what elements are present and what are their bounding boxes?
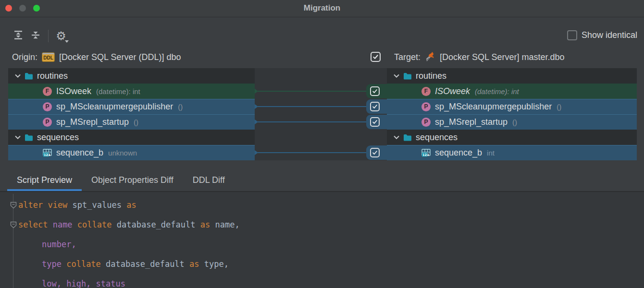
target-row-sequences[interactable]: sequences	[387, 130, 637, 145]
type-detail: ()	[134, 118, 138, 126]
checkbox-unchecked-icon	[567, 30, 577, 40]
sequence-icon: 123	[43, 149, 52, 157]
chevron-down-icon[interactable]	[392, 135, 401, 139]
code-token: as	[126, 200, 136, 210]
origin-row-routines[interactable]: routines	[8, 68, 255, 84]
tree-label: sequences	[37, 132, 79, 143]
tree-label: sp_MScleanupmergepublisher	[56, 102, 173, 112]
tab-label: DDL Diff	[193, 175, 225, 185]
mapping-checkbox-sequence-b[interactable]	[366, 145, 387, 160]
code-token: database_default	[106, 259, 189, 269]
code-line: type collate database_default as type,	[0, 254, 644, 274]
tree-label: sequence_b	[56, 148, 103, 158]
code-token: alter view	[18, 200, 73, 210]
code-token: as	[200, 220, 215, 229]
collapse-all-icon	[30, 29, 41, 43]
target-row-isoweek[interactable]: F ISOweek (datetime): int	[387, 84, 637, 99]
arrow-right-icon	[255, 104, 258, 109]
procedure-icon: P	[421, 118, 431, 127]
code-token: name,	[215, 220, 239, 229]
tree-label: sequence_b	[435, 148, 482, 158]
checkbox-checked-icon	[370, 86, 380, 96]
expand-all-button[interactable]	[10, 28, 27, 44]
type-detail: ()	[512, 118, 517, 126]
type-detail: (datetime): int	[475, 87, 519, 96]
function-icon: F	[43, 87, 52, 96]
code-token: spt_values	[73, 200, 127, 210]
tab-ddl-diff[interactable]: DDL Diff	[183, 169, 235, 191]
procedure-icon: P	[43, 102, 52, 111]
target-enabled-checkbox[interactable]	[371, 52, 381, 62]
mapping-checkbox-isoweek[interactable]	[366, 84, 387, 98]
mapping-checkbox-sp-msrepl-startup[interactable]	[366, 115, 387, 129]
type-detail: int	[487, 149, 495, 157]
chevron-down-icon[interactable]	[13, 135, 23, 139]
arrow-right-icon	[255, 120, 258, 124]
target-row-sp-msrepl-startup[interactable]: P sp_MSrepl_startup ()	[387, 114, 637, 130]
folder-icon	[403, 72, 412, 80]
sequence-icon: 123	[421, 149, 431, 157]
tab-script-preview[interactable]: Script Preview	[7, 169, 82, 191]
code-token: as	[189, 259, 204, 269]
tree-label: routines	[37, 71, 68, 81]
code-line: select name collate database_default as …	[0, 215, 644, 235]
target-row-routines[interactable]: routines	[387, 68, 637, 84]
show-identical-checkbox[interactable]: Show identical	[567, 30, 637, 40]
code-token: database_default	[117, 220, 200, 229]
checkbox-checked-icon	[371, 52, 381, 62]
tab-label: Object Properties Diff	[91, 175, 173, 185]
mapping-checkbox-sp-mscleanupmergepublisher[interactable]	[366, 99, 387, 114]
code-line: number,	[0, 235, 644, 254]
target-label: Target:	[394, 52, 421, 62]
type-detail: ()	[178, 103, 183, 111]
mapping-line-sp-mscleanupmergepublisher	[258, 106, 366, 107]
target-row-sp-mscleanupmergepublisher[interactable]: P sp_MScleanupmergepublisher ()	[387, 99, 637, 114]
chevron-down-icon	[65, 40, 69, 43]
chevron-down-icon[interactable]	[392, 74, 401, 78]
tree-label: routines	[416, 71, 446, 81]
tab-object-properties-diff[interactable]: Object Properties Diff	[82, 169, 183, 191]
title-bar: Migration	[0, 0, 644, 17]
folder-icon	[25, 72, 33, 80]
origin-label: Origin:	[12, 52, 37, 62]
collapse-all-button[interactable]	[27, 28, 44, 44]
script-preview-editor[interactable]: alter view spt_values as select name col…	[0, 191, 644, 288]
code-token: type,	[204, 259, 229, 269]
arrow-right-icon	[255, 150, 258, 155]
arrow-right-icon	[255, 89, 258, 94]
origin-value: [Docker SQL Server (DDL)] dbo	[59, 52, 181, 62]
origin-header: Origin: DDL [Docker SQL Server (DDL)] db…	[12, 50, 181, 64]
toolbar: ⚙	[10, 28, 70, 44]
origin-row-sp-msrepl-startup[interactable]: P sp_MSrepl_startup ()	[8, 114, 255, 130]
procedure-icon: P	[43, 118, 52, 127]
chevron-down-icon[interactable]	[13, 74, 23, 78]
origin-row-sp-mscleanupmergepublisher[interactable]: P sp_MScleanupmergepublisher ()	[8, 99, 255, 114]
code-line: alter view spt_values as	[0, 195, 644, 215]
sql-server-icon	[425, 50, 435, 64]
code-token: name	[53, 220, 77, 229]
origin-row-sequences[interactable]: sequences	[8, 130, 255, 145]
code-token: number,	[42, 240, 76, 249]
toolbar-separator	[48, 30, 49, 42]
code-token: collate	[66, 259, 106, 269]
origin-row-isoweek[interactable]: F ISOweek (datetime): int	[8, 84, 255, 99]
show-identical-label: Show identical	[582, 30, 637, 40]
target-row-sequence-b[interactable]: 123 sequence_b int	[387, 145, 637, 160]
folder-icon	[403, 134, 412, 141]
target-header: Target: [Docker SQL Server] master.dbo	[394, 50, 564, 64]
expand-all-icon	[12, 29, 24, 43]
settings-button[interactable]: ⚙	[52, 28, 70, 44]
tree-label: sp_MSrepl_startup	[435, 117, 508, 127]
procedure-icon: P	[421, 102, 431, 111]
sql-code: alter view spt_values as select name col…	[0, 195, 644, 288]
mapping-line-sequence-b	[258, 152, 366, 153]
code-token: low, high, status	[42, 279, 125, 288]
origin-row-sequence-b[interactable]: 123 sequence_b unknown	[8, 145, 255, 160]
target-value: [Docker SQL Server] master.dbo	[440, 52, 564, 62]
type-detail: (datetime): int	[96, 87, 140, 96]
tree-label: sp_MScleanupmergepublisher	[435, 102, 552, 112]
tab-label: Script Preview	[17, 175, 72, 185]
code-token: select	[18, 220, 53, 229]
tree-label: sequences	[416, 132, 458, 143]
bottom-tab-bar: Script Preview Object Properties Diff DD…	[7, 169, 235, 191]
